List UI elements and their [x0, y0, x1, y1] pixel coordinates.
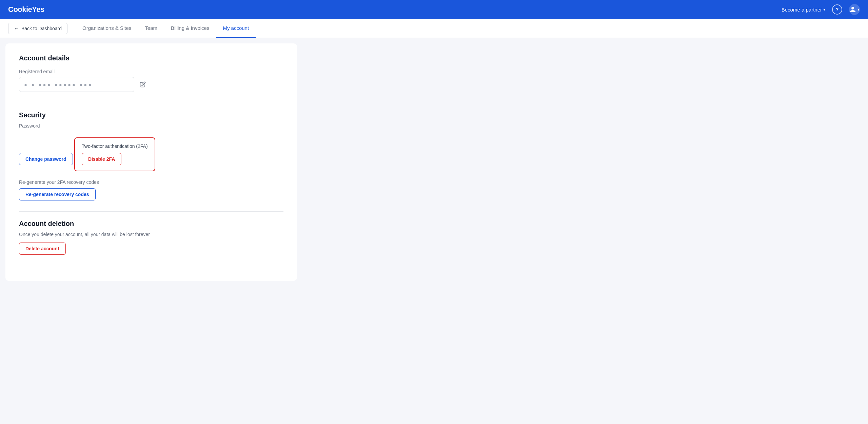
- email-input[interactable]: [19, 77, 134, 92]
- user-avatar-button[interactable]: ▾: [849, 4, 860, 15]
- nav-link-my-account[interactable]: My account: [216, 19, 256, 38]
- recovery-codes-label: Re-generate your 2FA recovery codes: [19, 179, 283, 185]
- section-divider: [19, 103, 283, 103]
- password-label: Password: [19, 123, 283, 129]
- deletion-divider: [19, 211, 283, 212]
- two-factor-auth-box: Two-factor authentication (2FA) Disable …: [74, 137, 155, 171]
- delete-account-button[interactable]: Delete account: [19, 243, 66, 255]
- top-nav-right: Become a partner ▾ ? ▾: [782, 4, 860, 15]
- brand-logo: CookieYes: [8, 5, 44, 14]
- nav-link-org-sites[interactable]: Organizations & Sites: [76, 19, 138, 38]
- email-row: [19, 77, 283, 92]
- regenerate-recovery-button[interactable]: Re-generate recovery codes: [19, 188, 96, 200]
- pencil-icon: [140, 81, 146, 88]
- arrow-left-icon: ←: [14, 26, 19, 31]
- security-title: Security: [19, 111, 283, 119]
- account-details-title: Account details: [19, 54, 283, 62]
- user-icon: [849, 6, 856, 13]
- secondary-navigation: ← Back to Dashboard Organizations & Site…: [0, 19, 868, 38]
- account-deletion-description: Once you delete your account, all your d…: [19, 232, 283, 237]
- nav-link-billing[interactable]: Billing & Invoices: [164, 19, 216, 38]
- help-icon[interactable]: ?: [832, 4, 842, 15]
- become-partner-button[interactable]: Become a partner ▾: [782, 7, 825, 13]
- avatar-chevron-icon: ▾: [857, 7, 860, 12]
- back-to-dashboard-button[interactable]: ← Back to Dashboard: [8, 23, 67, 34]
- change-password-button[interactable]: Change password: [19, 153, 73, 165]
- account-deletion-section: Account deletion Once you delete your ac…: [19, 211, 283, 255]
- email-field-label: Registered email: [19, 69, 283, 74]
- edit-email-button[interactable]: [138, 80, 147, 89]
- nav-link-team[interactable]: Team: [138, 19, 164, 38]
- top-navigation: CookieYes Become a partner ▾ ? ▾: [0, 0, 868, 19]
- chevron-down-icon: ▾: [823, 7, 825, 12]
- account-deletion-title: Account deletion: [19, 220, 283, 228]
- tfa-label: Two-factor authentication (2FA): [82, 143, 148, 149]
- disable-2fa-button[interactable]: Disable 2FA: [82, 153, 121, 165]
